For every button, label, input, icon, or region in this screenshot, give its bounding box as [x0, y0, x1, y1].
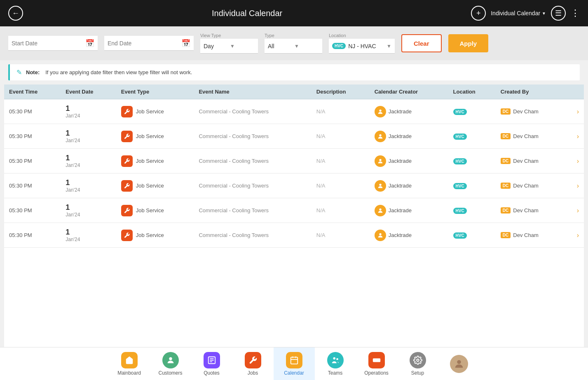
- view-type-select[interactable]: Day ▼: [200, 39, 258, 54]
- row-chevron-icon[interactable]: ›: [577, 157, 579, 165]
- location-select-wrap: Location HVC NJ - HVAC ▼: [329, 33, 395, 54]
- cell-location-3: HVC: [448, 174, 496, 198]
- nav-item-setup[interactable]: Setup: [397, 347, 438, 380]
- cell-date-2: 1 Jan'24: [61, 149, 116, 174]
- nav-item-operations[interactable]: Operations: [356, 347, 397, 380]
- location-label: Location: [329, 33, 395, 38]
- svg-point-5: [379, 233, 381, 235]
- back-button[interactable]: ←: [8, 6, 23, 21]
- nav-item-teams[interactable]: Teams: [315, 347, 356, 380]
- type-select-wrap: Type All ▼: [265, 33, 322, 54]
- job-service-icon: [121, 155, 133, 167]
- svg-point-1: [379, 134, 381, 136]
- location-text: NJ - HVAC: [348, 43, 384, 49]
- end-date-calendar-icon[interactable]: 📅: [181, 39, 190, 48]
- creator-avatar: [375, 155, 386, 167]
- start-date-calendar-icon[interactable]: 📅: [85, 39, 94, 48]
- cell-creator-3: Jacktrade: [370, 174, 448, 198]
- cell-created-by-5: DC Dev Cham: [496, 223, 566, 248]
- event-type-label: Job Service: [136, 207, 164, 213]
- main-content: 📅 📅 View Type Day ▼ Type All ▼ Locatio: [0, 26, 588, 347]
- row-chevron-icon[interactable]: ›: [577, 108, 579, 115]
- created-by-badge: DC: [501, 108, 511, 115]
- cell-action-1[interactable]: ›: [566, 124, 584, 149]
- job-service-icon: [121, 205, 133, 216]
- col-calendar-creator: Calendar Creator: [370, 84, 448, 99]
- header-dropdown[interactable]: Individual Calendar ▼: [491, 10, 546, 16]
- col-event-date: Event Date: [61, 84, 116, 99]
- col-location: Location: [448, 84, 496, 99]
- location-hvc-badge: HVC: [453, 158, 467, 164]
- table-area: Event Time Event Date Event Type Event N…: [4, 84, 584, 347]
- type-label: Type: [265, 33, 322, 38]
- cell-location-5: HVC: [448, 223, 496, 248]
- cell-creator-0: Jacktrade: [370, 99, 448, 124]
- view-type-arrow-icon: ▼: [230, 43, 255, 49]
- cell-location-2: HVC: [448, 149, 496, 174]
- col-action: [566, 84, 584, 99]
- cell-time-1: 05:30 PM: [4, 124, 61, 149]
- row-chevron-icon[interactable]: ›: [577, 232, 579, 239]
- cell-type-3: Job Service: [116, 174, 194, 198]
- table-row: 05:30 PM 1 Jan'24 Job Service Commercial…: [4, 223, 584, 248]
- cell-action-0[interactable]: ›: [566, 99, 584, 124]
- table-row: 05:30 PM 1 Jan'24 Job Service Commercial…: [4, 149, 584, 174]
- cell-type-4: Job Service: [116, 198, 194, 223]
- nav-item-mainboard[interactable]: Mainboard: [109, 347, 150, 380]
- col-event-name: Event Name: [194, 84, 311, 99]
- mainboard-icon: [121, 352, 138, 368]
- clear-button[interactable]: Clear: [401, 34, 442, 52]
- table-row: 05:30 PM 1 Jan'24 Job Service Commercial…: [4, 99, 584, 124]
- nav-item-jobs[interactable]: Jobs: [232, 347, 274, 380]
- creator-avatar: [375, 205, 386, 216]
- nav-item-calendar[interactable]: Calendar: [274, 347, 315, 380]
- header-left: ←: [8, 6, 23, 21]
- add-button[interactable]: +: [471, 6, 486, 21]
- type-arrow-icon: ▼: [294, 43, 319, 49]
- operations-icon: [368, 352, 385, 368]
- row-chevron-icon[interactable]: ›: [577, 133, 579, 140]
- end-date-input[interactable]: [108, 40, 180, 47]
- cell-type-1: Job Service: [116, 124, 194, 149]
- menu-button[interactable]: ☰: [551, 6, 566, 21]
- start-date-input[interactable]: [12, 40, 84, 47]
- col-created-by: Created By: [496, 84, 566, 99]
- apply-button[interactable]: Apply: [448, 34, 489, 52]
- calendar-icon: [286, 352, 302, 368]
- cell-desc-5: N/A: [312, 223, 370, 248]
- svg-rect-11: [290, 357, 298, 364]
- row-chevron-icon[interactable]: ›: [577, 207, 579, 214]
- creator-avatar: [375, 230, 386, 241]
- events-table: Event Time Event Date Event Type Event N…: [4, 84, 584, 248]
- cell-name-2: Commercial - Cooling Towers: [194, 149, 311, 174]
- created-by-badge: DC: [501, 207, 511, 213]
- nav-item-customers[interactable]: Customers: [150, 347, 191, 380]
- created-by-badge: DC: [501, 183, 511, 189]
- cell-action-5[interactable]: ›: [566, 223, 584, 248]
- cell-date-1: 1 Jan'24: [61, 124, 116, 149]
- teams-icon: [327, 352, 344, 368]
- location-hvc-badge: HVC: [453, 134, 467, 140]
- type-select[interactable]: All ▼: [265, 39, 322, 54]
- nav-item-quotes[interactable]: Quotes: [191, 347, 232, 380]
- start-date-field: 📅: [8, 36, 98, 51]
- row-chevron-icon[interactable]: ›: [577, 182, 579, 190]
- cell-desc-3: N/A: [312, 174, 370, 198]
- event-type-label: Job Service: [136, 183, 164, 189]
- table-header: Event Time Event Date Event Type Event N…: [4, 84, 584, 99]
- cell-name-0: Commercial - Cooling Towers: [194, 99, 311, 124]
- user-avatar-nav[interactable]: [438, 347, 480, 380]
- cell-action-2[interactable]: ›: [566, 149, 584, 174]
- cell-location-1: HVC: [448, 124, 496, 149]
- event-type-label: Job Service: [136, 232, 164, 238]
- location-select[interactable]: HVC NJ - HVAC ▼: [329, 39, 395, 54]
- setup-label: Setup: [411, 370, 424, 376]
- more-button[interactable]: ⋮: [571, 8, 580, 19]
- setup-icon: [410, 352, 426, 368]
- col-description: Description: [312, 84, 370, 99]
- cell-action-3[interactable]: ›: [566, 174, 584, 198]
- header-right: + Individual Calendar ▼ ☰ ⋮: [471, 6, 580, 21]
- end-date-field: 📅: [104, 36, 194, 51]
- cell-action-4[interactable]: ›: [566, 198, 584, 223]
- cell-time-3: 05:30 PM: [4, 174, 61, 198]
